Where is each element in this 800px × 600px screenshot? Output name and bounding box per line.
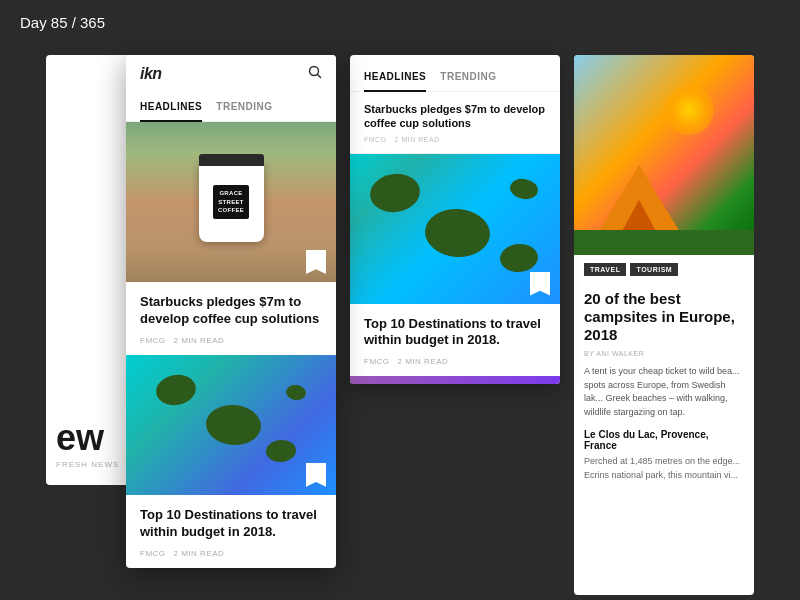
partial-sub: Fresh News (56, 460, 126, 469)
middle-article-content: Top 10 Destinations to travel within bud… (350, 304, 560, 377)
card-main-header: ikn (126, 55, 336, 93)
app-logo: ikn (140, 65, 162, 83)
bookmark-badge-middle[interactable] (530, 272, 550, 296)
article2-readtime: 2 MIN READ (174, 549, 225, 558)
middle-article-tag: FMCG (364, 357, 390, 366)
svg-line-1 (318, 75, 321, 78)
middle-partial-article: Starbucks pledges $7m to develop coffee … (350, 92, 560, 154)
article1-content: Starbucks pledges $7m to develop coffee … (126, 282, 336, 355)
right-card-content: 20 of the best campsites in Europe, 2018… (574, 284, 754, 488)
right-card-sub-body: Perched at 1,485 metres on the edge... E… (584, 455, 744, 482)
card-middle-tabs: Headlines Trending (350, 55, 560, 92)
cup-label-text: GRACESTREETCOFFEE (218, 189, 244, 214)
article1-title: Starbucks pledges $7m to develop coffee … (140, 294, 322, 328)
card-middle: Headlines Trending Starbucks pledges $7m… (350, 55, 560, 384)
tab-trending[interactable]: Trending (216, 93, 272, 121)
coffee-cup-wrapper: GRACESTREETCOFFEE (126, 122, 336, 282)
middle-partial-title: Starbucks pledges $7m to develop coffee … (364, 102, 546, 131)
tag-travel: Travel (584, 263, 626, 276)
right-card-body: A tent is your cheap ticket to wild bea.… (584, 365, 744, 419)
card-main-tabs: Headlines Trending (126, 93, 336, 122)
middle-partial-tag: FMCG (364, 136, 387, 143)
card-left-partial: ew Fresh News (46, 55, 136, 485)
cup-lid (199, 154, 264, 166)
right-card-title: 20 of the best campsites in Europe, 2018 (584, 290, 744, 344)
middle-partial-readtime: 2 MIN READ (395, 136, 440, 143)
partial-text: ew (56, 420, 126, 456)
middle-article-meta: FMCG 2 MIN READ (364, 357, 546, 366)
middle-article-readtime: 2 MIN READ (398, 357, 449, 366)
card-main: ikn Headlines Trending GRACESTREETCOFFEE (126, 55, 336, 568)
article1-image: GRACESTREETCOFFEE (126, 122, 336, 282)
day-label: Day 85 / 365 (20, 14, 105, 31)
cup-label: GRACESTREETCOFFEE (213, 185, 249, 218)
card-right: Travel Tourism 20 of the best campsites … (574, 55, 754, 595)
article2-meta: FMCG 2 MIN READ (140, 549, 322, 558)
card-bottom-bar (350, 376, 560, 384)
article2-image (126, 355, 336, 495)
top-bar: Day 85 / 365 (0, 0, 800, 45)
coffee-cup: GRACESTREETCOFFEE (199, 162, 264, 242)
right-card-tags: Travel Tourism (574, 255, 754, 284)
tab-headlines[interactable]: Headlines (140, 93, 202, 122)
right-card-author: BY ANI WALKER (584, 350, 744, 357)
article2-title: Top 10 Destinations to travel within bud… (140, 507, 322, 541)
article1-meta: FMCG 2 MIN READ (140, 336, 322, 345)
middle-partial-meta: FMCG 2 MIN READ (364, 136, 546, 143)
right-card-image (574, 55, 754, 255)
tab-middle-headlines[interactable]: Headlines (364, 63, 426, 92)
middle-article-title: Top 10 Destinations to travel within bud… (364, 316, 546, 350)
tag-tourism: Tourism (630, 263, 678, 276)
article1-readtime: 2 MIN READ (174, 336, 225, 345)
middle-article-image (350, 154, 560, 304)
article2-tag: FMCG (140, 549, 166, 558)
article1-tag: FMCG (140, 336, 166, 345)
cards-area: ew Fresh News ikn Headlines Trending (0, 55, 800, 595)
tab-middle-trending[interactable]: Trending (440, 63, 496, 91)
bookmark-badge-2[interactable] (306, 463, 326, 487)
right-card-subheading: Le Clos du Lac, Provence, France (584, 429, 744, 451)
search-button[interactable] (308, 65, 322, 83)
article2-content: Top 10 Destinations to travel within bud… (126, 495, 336, 568)
